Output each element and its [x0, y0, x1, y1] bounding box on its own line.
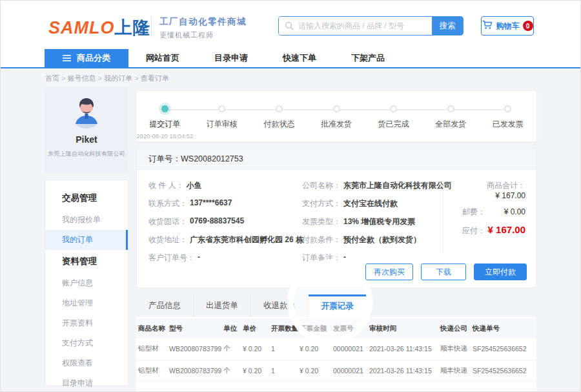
- cell-review-time: 2021-03-26 11:43:15: [367, 360, 438, 381]
- field-label: 支付方式：: [302, 198, 341, 209]
- company-name: 东莞市上隆自动化科技有限公司: [343, 180, 452, 191]
- order-action-buttons: 再次购买 下载 立即付款: [365, 263, 527, 280]
- logo-samlo: SAMLO: [48, 18, 115, 37]
- cell-unit-price: ¥ 0.20: [241, 360, 269, 381]
- sidebar-heading-trade: 交易管理: [45, 187, 128, 210]
- page: SAMLO上隆 工厂自动化零件商城 更懂机械工程师 搜索 购物车 0 商品分: [0, 0, 581, 392]
- sidebar-item-payment[interactable]: 支付方式: [45, 333, 128, 353]
- cell-unit: 个: [221, 338, 241, 360]
- tab-invoice-records[interactable]: 开票记录: [309, 294, 366, 317]
- cell-product-name: 铝型材: [136, 338, 167, 360]
- breadcrumb-home[interactable]: 首页: [45, 74, 68, 82]
- cell-tracking-number: SF254525636652: [471, 338, 536, 360]
- breadcrumb-view-order: 查看订单: [141, 74, 169, 82]
- sidebar-item-address[interactable]: 地址管理: [45, 293, 128, 313]
- cell-invoice-amount: ¥ 0.20: [298, 360, 331, 381]
- invoice-records-table: 商品名称 型号 单位 单价 开票数量 开票金额 发票号 审核时间 快递公司 快递…: [136, 318, 536, 382]
- nav-item-quick-order[interactable]: 快速下单: [265, 49, 334, 67]
- cell-model: WB20080783799: [167, 360, 221, 381]
- sidebar-item-permissions[interactable]: 权限查看: [45, 353, 128, 373]
- step-approve-shipping: 批准发货: [308, 105, 365, 139]
- order-tabs: 产品信息 出退货单 收退款单 开票记录: [136, 294, 536, 317]
- order-progress-steps: 提交订单 2020-08-20 16:04:52 订单审核 付款状态 批准发货: [136, 91, 536, 139]
- step-payment-status: 付款状态: [250, 105, 308, 139]
- field-label: 客户订单号：: [148, 253, 195, 263]
- sidebar-item-account-info[interactable]: 账户信息: [45, 273, 128, 293]
- col-tracking-number: 快递单号: [471, 318, 536, 338]
- col-product-name: 商品名称: [136, 318, 167, 338]
- cell-invoice-amount: ¥ 0.20: [298, 338, 331, 360]
- cell-unit-price: ¥ 0.20: [241, 338, 269, 360]
- category-menu-button[interactable]: 商品分类: [45, 49, 128, 67]
- subtotal-value: ¥ 167.00: [485, 191, 525, 200]
- cart-count-badge: 0: [523, 21, 533, 31]
- receiver-name: 小鱼: [187, 180, 202, 191]
- cart-button[interactable]: 购物车 0: [481, 16, 534, 36]
- step-dot: [333, 105, 340, 112]
- summary-divider: [443, 180, 443, 253]
- step-dot: [276, 105, 283, 112]
- avatar: [45, 94, 128, 132]
- col-unit-price: 单价: [241, 318, 269, 338]
- navbar: 商品分类 网站首页 目录申请 快速下单 下架产品: [1, 49, 580, 68]
- cell-invoice-qty: 1: [269, 360, 298, 381]
- order-number-label: 订单号：: [148, 154, 181, 163]
- order-remark: -: [343, 253, 346, 263]
- tab-payments-refunds[interactable]: 收退款单: [251, 294, 309, 317]
- order-progress-card: 提交订单 2020-08-20 16:04:52 订单审核 付款状态 批准发货: [136, 91, 536, 141]
- tagline-sub: 更懂机械工程师: [159, 30, 247, 40]
- search-box: 搜索: [278, 16, 464, 36]
- cell-tracking-number: SF254525636652: [471, 360, 536, 381]
- field-label: 订单备注：: [302, 253, 341, 263]
- table-row: 铝型材 WB20080783799 个 ¥ 0.20 1 ¥ 0.20 0000…: [136, 338, 536, 360]
- pay-now-button[interactable]: 立即付款: [474, 263, 527, 280]
- user-name: Piket: [45, 134, 128, 145]
- field-label: 收货地址：: [148, 234, 187, 245]
- col-review-time: 审核时间: [367, 318, 438, 338]
- order-body: 收 件 人：小鱼 联系方式：137****6637 收货固话：0769-8883…: [137, 170, 536, 271]
- step-dot-done: [161, 105, 168, 112]
- cart-label: 购物车: [496, 21, 520, 32]
- cell-invoice-number: 00000021: [331, 360, 367, 381]
- sidebar-item-my-orders[interactable]: 我的订单: [45, 230, 128, 250]
- nav-item-offshelf-products[interactable]: 下架产品: [334, 49, 402, 67]
- tab-shipping-returns[interactable]: 出退货单: [194, 294, 251, 317]
- nav-item-home[interactable]: 网站首页: [128, 49, 197, 67]
- user-company: 东莞上隆自动化科技有限公司: [48, 150, 125, 158]
- search-input[interactable]: [279, 17, 432, 35]
- sidebar-item-catalog-apply[interactable]: 目录申请: [45, 373, 128, 392]
- cell-review-time: 2021-03-26 11:43:15: [367, 338, 438, 360]
- cell-invoice-number: 00000021: [331, 338, 367, 360]
- breadcrumb-account[interactable]: 账号信息: [68, 74, 105, 82]
- sidebar-item-my-quotes[interactable]: 我的报价单: [45, 210, 128, 230]
- category-menu-label: 商品分类: [77, 52, 110, 64]
- col-courier: 快递公司: [438, 318, 471, 338]
- receiver-landline: 0769-88837545: [190, 216, 244, 227]
- content-area: 首页账号信息我的订单查看订单 Piket 东莞上隆自动化科技有限公司 交易管理 …: [1, 68, 580, 391]
- tagline-main: 工厂自动化零件商城: [159, 16, 247, 28]
- logo-shanglong: 上隆: [115, 18, 151, 37]
- tab-product-info[interactable]: 产品信息: [136, 294, 194, 317]
- download-button[interactable]: 下载: [421, 263, 466, 280]
- sidebar-heading-profile: 资料管理: [45, 250, 128, 273]
- order-number: WS20082012753: [181, 154, 243, 163]
- search-button[interactable]: 搜索: [432, 17, 463, 35]
- sidebar-item-invoice-info[interactable]: 开票资料: [45, 313, 128, 333]
- step-all-shipped: 全部发货: [422, 105, 480, 139]
- tabs-filler: [366, 294, 536, 317]
- hamburger-icon: [63, 54, 71, 63]
- step-date: 2020-08-20 16:04:52: [136, 132, 194, 139]
- buy-again-button[interactable]: 再次购买: [365, 263, 413, 280]
- logo[interactable]: SAMLO上隆: [48, 16, 151, 39]
- table-row: 铝型材 WB20080783799 个 ¥ 0.20 1 ¥ 0.20 0000…: [136, 360, 536, 381]
- nav-item-catalog-apply[interactable]: 目录申请: [197, 49, 265, 67]
- amount-due-label: 应付：: [462, 226, 485, 235]
- field-label: 公司名称：: [302, 180, 341, 191]
- breadcrumb-my-orders[interactable]: 我的订单: [104, 74, 141, 82]
- order-receiver-column: 收 件 人：小鱼 联系方式：137****6637 收货固话：0769-8883…: [148, 180, 302, 271]
- col-model: 型号: [167, 318, 221, 338]
- cell-unit: 个: [221, 360, 241, 381]
- field-label: 发票类型：: [302, 216, 341, 227]
- cell-invoice-qty: 1: [269, 338, 298, 360]
- amount-due-value: ¥ 167.00: [485, 224, 525, 235]
